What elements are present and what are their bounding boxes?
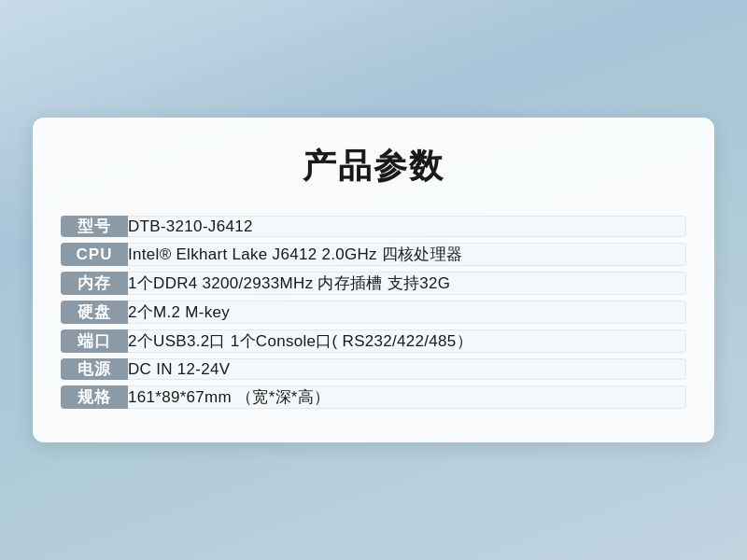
spec-value: 2个USB3.2口 1个Console口( RS232/422/485） <box>128 329 686 353</box>
table-row: 电源DC IN 12-24V <box>61 358 686 380</box>
spec-value: 1个DDR4 3200/2933MHz 内存插槽 支持32G <box>128 272 686 295</box>
table-row: 内存1个DDR4 3200/2933MHz 内存插槽 支持32G <box>61 272 686 295</box>
table-row: 硬盘2个M.2 M-key <box>61 301 686 324</box>
page-title: 产品参数 <box>61 144 686 189</box>
table-row: 端口2个USB3.2口 1个Console口( RS232/422/485） <box>61 329 686 353</box>
spec-label: 硬盘 <box>61 301 128 324</box>
table-row: 型号DTB-3210-J6412 <box>61 216 686 237</box>
spec-label: 电源 <box>61 358 128 380</box>
spec-value: 2个M.2 M-key <box>128 301 686 324</box>
spec-value: DC IN 12-24V <box>128 358 686 380</box>
spec-label: 规格 <box>61 385 128 409</box>
spec-table: 型号DTB-3210-J6412CPUIntel® Elkhart Lake J… <box>61 210 686 414</box>
table-row: 规格161*89*67mm （宽*深*高） <box>61 385 686 409</box>
spec-label: 内存 <box>61 272 128 295</box>
spec-label: 端口 <box>61 329 128 353</box>
spec-label: 型号 <box>61 216 128 237</box>
spec-value: Intel® Elkhart Lake J6412 2.0GHz 四核处理器 <box>128 243 686 266</box>
spec-value: DTB-3210-J6412 <box>128 216 686 237</box>
spec-value: 161*89*67mm （宽*深*高） <box>128 385 686 409</box>
product-spec-card: 产品参数 型号DTB-3210-J6412CPUIntel® Elkhart L… <box>33 118 714 442</box>
spec-label: CPU <box>61 243 128 266</box>
table-row: CPUIntel® Elkhart Lake J6412 2.0GHz 四核处理… <box>61 243 686 266</box>
